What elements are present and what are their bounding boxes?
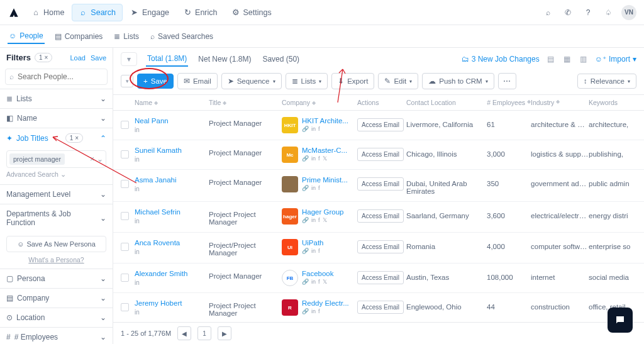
save-persona-button[interactable]: ☺Save As New Persona <box>6 236 106 252</box>
subnav-saved[interactable]: ⌕Saved Searches <box>149 30 214 43</box>
row-checkbox[interactable] <box>121 243 129 251</box>
bell-icon[interactable]: ♤ <box>601 6 615 19</box>
twitter-icon[interactable]: 𝕏 <box>323 217 327 223</box>
linkedin-icon[interactable]: in <box>135 279 140 286</box>
nav-enrich[interactable]: ↻Enrich <box>177 4 223 21</box>
person-name-link[interactable]: Neal Pann <box>135 117 209 125</box>
subnav-companies[interactable]: ▤Companies <box>53 30 104 43</box>
job-titles-count[interactable]: 1× <box>65 133 83 143</box>
edit-button[interactable]: ✎Edit▾ <box>378 73 418 89</box>
help-icon[interactable]: ? <box>581 6 595 19</box>
tab-total[interactable]: Total (1.8M) <box>146 52 188 67</box>
row-checkbox[interactable] <box>121 180 129 188</box>
link-icon[interactable]: 🔗 <box>302 217 309 223</box>
email-button[interactable]: ✉Email <box>177 73 218 89</box>
person-name-link[interactable]: Alexander Smith <box>135 270 209 277</box>
save-button[interactable]: +Save <box>137 74 174 89</box>
active-filters-chip[interactable]: ▾ <box>121 52 137 66</box>
col-title[interactable]: Title◆ <box>209 99 282 106</box>
facet-name[interactable]: ◧Name⌄ <box>0 108 113 128</box>
subnav-people[interactable]: ☺People <box>8 29 45 44</box>
access-email-button[interactable]: Access Email <box>357 177 404 191</box>
linkedin-icon[interactable]: in <box>135 248 140 255</box>
facet-management-level[interactable]: Management Level⌄ <box>0 184 113 204</box>
facet-persona[interactable]: ▢Persona⌄ <box>0 269 113 288</box>
user-avatar[interactable]: VN <box>621 5 636 20</box>
nav-settings[interactable]: ⚙Settings <box>225 4 278 21</box>
person-name-link[interactable]: Anca Roventa <box>135 239 209 247</box>
linkedin-icon[interactable]: in <box>135 126 140 133</box>
import-button[interactable]: ☺⁺Import▾ <box>595 55 636 64</box>
access-email-button[interactable]: Access Email <box>357 148 404 161</box>
company-link[interactable]: Hager Group <box>302 208 343 216</box>
col-employees[interactable]: # Employees◆ <box>487 99 531 106</box>
facebook-icon[interactable]: f <box>318 155 320 162</box>
search-people-field[interactable] <box>18 72 112 81</box>
row-checkbox[interactable] <box>121 274 129 282</box>
link-icon[interactable]: 🔗 <box>302 279 309 285</box>
person-name-link[interactable]: Jeremy Hobert <box>135 299 209 307</box>
nav-engage[interactable]: ➤Engage <box>124 4 175 21</box>
company-link[interactable]: McMaster-C... <box>302 147 347 154</box>
link-icon[interactable]: 🔗 <box>302 185 309 191</box>
pager-page[interactable]: 1 <box>197 326 211 340</box>
row-checkbox[interactable] <box>121 150 129 158</box>
linkedin-icon[interactable]: in <box>135 156 140 163</box>
clear-icon[interactable]: × <box>90 155 94 164</box>
facet-lists[interactable]: ≣Lists⌄ <box>0 89 113 108</box>
col-company[interactable]: Company◆ <box>282 99 357 106</box>
relevance-sort[interactable]: ↕Relevance▾ <box>577 74 636 89</box>
lists-button[interactable]: ≣Lists▾ <box>286 73 328 89</box>
linkedin-icon[interactable]: in <box>311 308 316 314</box>
view-grid-icon[interactable]: ▦ <box>562 54 572 64</box>
filters-count-pill[interactable]: 1× <box>35 53 52 62</box>
access-email-button[interactable]: Access Email <box>357 209 404 223</box>
global-search-icon[interactable]: ⌕ <box>541 6 555 19</box>
pager-prev[interactable]: ◀ <box>177 326 191 340</box>
phone-icon[interactable]: ✆ <box>561 6 575 19</box>
linkedin-icon[interactable]: in <box>311 217 316 223</box>
select-all-checkbox[interactable]: ▾ <box>121 75 133 87</box>
filters-load[interactable]: Load <box>70 54 85 62</box>
access-email-button[interactable]: Access Email <box>357 240 404 253</box>
facebook-icon[interactable]: f <box>318 248 320 254</box>
row-checkbox[interactable] <box>121 303 129 311</box>
access-email-button[interactable]: Access Email <box>357 301 404 314</box>
view-list-icon[interactable]: ▤ <box>546 54 556 64</box>
linkedin-icon[interactable]: in <box>135 309 140 316</box>
link-icon[interactable]: 🔗 <box>302 248 309 254</box>
link-icon[interactable]: 🔗 <box>302 155 309 162</box>
job-changes-link[interactable]: 🗂3 New Job Changes <box>462 55 540 64</box>
nav-home[interactable]: ⌂Home <box>25 4 70 21</box>
push-crm-button[interactable]: ☁Push to CRM▾ <box>422 73 494 89</box>
search-people-input[interactable]: ⌕ <box>5 69 108 85</box>
access-email-button[interactable]: Access Email <box>357 118 404 131</box>
view-columns-icon[interactable]: ▥ <box>579 54 589 64</box>
linkedin-icon[interactable]: in <box>311 155 316 162</box>
link-icon[interactable]: 🔗 <box>302 126 309 132</box>
chat-fab[interactable] <box>608 308 633 333</box>
sequence-button[interactable]: ➤Sequence▾ <box>221 73 282 89</box>
twitter-icon[interactable]: 𝕏 <box>323 155 327 162</box>
row-checkbox[interactable] <box>121 212 129 220</box>
facebook-icon[interactable]: f <box>318 185 320 191</box>
facebook-icon[interactable]: f <box>318 217 320 223</box>
company-link[interactable]: Prime Minist... <box>302 176 348 184</box>
col-name[interactable]: Name◆ <box>135 99 209 106</box>
facebook-icon[interactable]: f <box>318 308 320 314</box>
filters-save[interactable]: Save <box>91 54 106 62</box>
person-name-link[interactable]: Asma Janahi <box>135 176 209 184</box>
row-checkbox[interactable] <box>121 121 129 129</box>
facet-departments[interactable]: Departments & Job Function⌄ <box>0 204 113 232</box>
more-button[interactable]: ⋯ <box>498 73 516 89</box>
company-link[interactable]: UiPath <box>302 239 324 247</box>
tab-net-new[interactable]: Net New (1.8M) <box>197 52 252 66</box>
facet-job-titles[interactable]: ✦Job Titles 1× ⌃ <box>0 128 113 148</box>
nav-search[interactable]: ⌕Search <box>72 4 123 21</box>
link-icon[interactable]: 🔗 <box>302 308 309 314</box>
linkedin-icon[interactable]: in <box>311 248 316 254</box>
facet-location[interactable]: ⊙Location⌄ <box>0 308 113 327</box>
facebook-icon[interactable]: f <box>318 126 320 132</box>
company-link[interactable]: Facebook <box>302 270 334 277</box>
facebook-icon[interactable]: f <box>318 279 320 285</box>
